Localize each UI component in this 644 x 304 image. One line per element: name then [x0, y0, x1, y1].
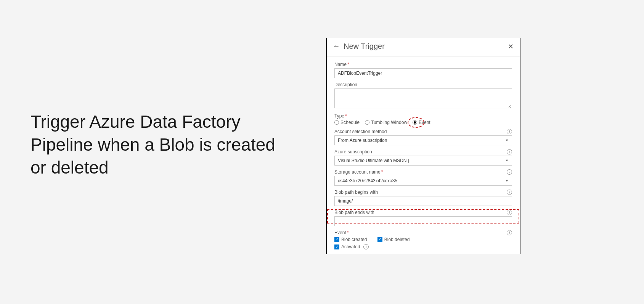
info-icon[interactable]: i — [507, 190, 512, 195]
description-textarea[interactable] — [334, 88, 512, 108]
checkbox-blob-deleted[interactable]: ✓ Blob deleted — [377, 237, 410, 242]
event-label: Event* — [334, 230, 348, 235]
blob-deleted-label: Blob deleted — [384, 237, 410, 242]
info-icon[interactable]: i — [507, 210, 512, 215]
info-icon[interactable]: i — [507, 149, 512, 154]
path-ends-field: Blob path ends with i — [334, 210, 512, 226]
path-begins-label: Blob path begins with — [334, 190, 378, 195]
radio-tumbling[interactable]: Tumbling Window — [365, 120, 407, 125]
name-input[interactable] — [334, 68, 512, 78]
subscription-field: Azure subscription i Visual Studio Ultim… — [334, 149, 512, 166]
account-method-label: Account selection method — [334, 129, 387, 134]
blob-created-label: Blob created — [341, 237, 367, 242]
check-icon: ✓ — [334, 244, 339, 249]
checkbox-activated[interactable]: ✓ Activated i — [334, 244, 369, 249]
slide-title: Trigger Azure Data Factory Pipeline when… — [31, 111, 282, 179]
info-icon[interactable]: i — [507, 129, 512, 134]
subscription-label: Azure subscription — [334, 149, 372, 154]
path-ends-input[interactable] — [334, 216, 512, 226]
event-field: Event* i ✓ Blob created ✓ Blob deleted — [334, 230, 512, 242]
new-trigger-panel: ← New Trigger ✕ Name* Description Type* … — [326, 38, 520, 254]
storage-field: Storage account name* i cs44e3b720e2843x… — [334, 169, 512, 186]
radio-event[interactable]: Event — [413, 120, 430, 125]
chevron-down-icon: ▼ — [505, 138, 509, 142]
description-label: Description — [334, 82, 512, 87]
account-method-select[interactable]: From Azure subscription ▼ — [334, 135, 512, 145]
storage-value: cs44e3b720e2843x42ccxa35 — [338, 178, 397, 183]
info-icon[interactable]: i — [507, 169, 512, 175]
path-begins-field: Blob path begins with i — [334, 190, 512, 206]
back-arrow-icon[interactable]: ← — [333, 42, 340, 50]
event-checkboxes: ✓ Blob created ✓ Blob deleted — [334, 236, 512, 242]
path-ends-label: Blob path ends with — [334, 210, 374, 215]
check-icon: ✓ — [377, 237, 382, 242]
radio-tumbling-label: Tumbling Window — [371, 120, 407, 125]
radio-event-label: Event — [419, 120, 430, 125]
subscription-value: Visual Studio Ultimate with MSDN ( — [338, 158, 410, 163]
storage-select[interactable]: cs44e3b720e2843x42ccxa35 ▼ — [334, 176, 512, 186]
info-icon[interactable]: i — [363, 244, 369, 249]
name-field: Name* — [334, 62, 512, 78]
type-field: Type* Schedule Tumbling Window Event — [334, 113, 512, 125]
panel-body: Name* Description Type* Schedule Tumblin… — [327, 56, 520, 254]
name-label: Name* — [334, 62, 512, 67]
activated-label: Activated — [341, 244, 360, 249]
chevron-down-icon: ▼ — [505, 179, 509, 183]
account-method-value: From Azure subscription — [338, 138, 387, 143]
check-icon: ✓ — [334, 237, 339, 242]
activated-field: ✓ Activated i — [334, 244, 512, 249]
checkbox-blob-created[interactable]: ✓ Blob created — [334, 237, 367, 242]
radio-schedule[interactable]: Schedule — [334, 120, 360, 125]
panel-header: ← New Trigger ✕ — [327, 38, 520, 56]
radio-schedule-label: Schedule — [340, 120, 360, 125]
description-field: Description — [334, 82, 512, 109]
type-label: Type* — [334, 113, 512, 119]
panel-title: New Trigger — [344, 42, 508, 51]
storage-label: Storage account name* — [334, 169, 383, 175]
subscription-select[interactable]: Visual Studio Ultimate with MSDN ( ▼ — [334, 156, 512, 166]
chevron-down-icon: ▼ — [505, 159, 509, 162]
close-icon[interactable]: ✕ — [508, 42, 514, 51]
type-radio-group: Schedule Tumbling Window Event — [334, 120, 512, 125]
info-icon[interactable]: i — [507, 230, 512, 235]
path-begins-input[interactable] — [334, 196, 512, 206]
account-method-field: Account selection method i From Azure su… — [334, 129, 512, 145]
